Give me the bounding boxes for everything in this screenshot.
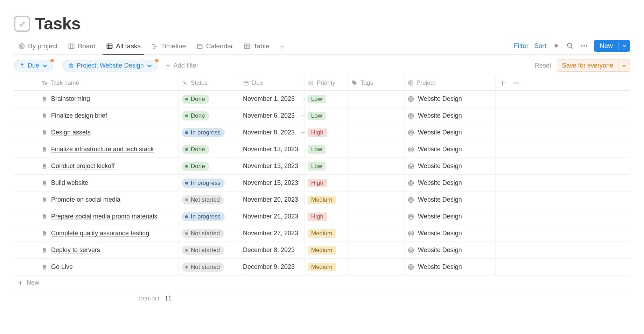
filter-chip-project[interactable]: Project: Website Design (63, 60, 158, 71)
cell-priority[interactable]: Low (304, 107, 348, 124)
cell-project[interactable]: Website Design (404, 91, 495, 107)
add-filter-button[interactable]: Add filter (162, 61, 201, 71)
cell-task-name[interactable]: Finalize design brief (38, 107, 178, 124)
cell-task-name[interactable]: Finalize infrastructure and tech stack (38, 141, 178, 158)
cell-status[interactable]: Done (178, 158, 240, 174)
view-tab-timeline[interactable]: Timeline (147, 40, 190, 54)
cell-project[interactable]: Website Design (404, 192, 495, 208)
cell-due[interactable]: November 13, 2023 (240, 158, 304, 174)
cell-task-name[interactable]: Promote on social media (38, 192, 178, 208)
search-icon[interactable] (566, 42, 574, 50)
table-row[interactable]: Promote on social mediaNot startedNovemb… (14, 192, 630, 208)
cell-due[interactable]: November 27, 2023→ (240, 225, 304, 242)
cell-project[interactable]: Website Design (404, 175, 495, 191)
cell-status[interactable]: Done (178, 141, 240, 158)
add-column-button[interactable] (495, 75, 509, 90)
view-tab-all-tasks[interactable]: All tasks (102, 40, 145, 54)
cell-tags[interactable] (348, 141, 404, 158)
cell-project[interactable]: Website Design (404, 124, 495, 141)
filter-button[interactable]: Filter (514, 42, 528, 50)
cell-task-name[interactable]: Design assets (38, 124, 178, 141)
cell-project[interactable]: Website Design (404, 259, 495, 275)
cell-due[interactable]: November 13, 2023→ (240, 141, 304, 158)
cell-priority[interactable]: Low (304, 158, 348, 174)
cell-task-name[interactable]: Prepare social media promo materials (38, 208, 178, 225)
cell-status[interactable]: In progress (178, 175, 240, 191)
cell-tags[interactable] (348, 242, 404, 258)
view-tab-calendar[interactable]: Calendar (192, 40, 237, 54)
cell-priority[interactable]: Medium (304, 259, 348, 275)
column-header-status[interactable]: Status (178, 75, 240, 90)
cell-priority[interactable]: Low (304, 91, 348, 107)
column-header-due[interactable]: Due (240, 75, 304, 90)
cell-due[interactable]: December 9, 2023 (240, 259, 304, 275)
cell-project[interactable]: Website Design (404, 107, 495, 124)
table-row[interactable]: BrainstormingDoneNovember 1, 2023→LowWeb… (14, 91, 630, 107)
cell-project[interactable]: Website Design (404, 225, 495, 242)
table-row[interactable]: Prepare social media promo materialsIn p… (14, 208, 630, 225)
table-row[interactable]: Deploy to serversNot startedDecember 8, … (14, 242, 630, 259)
cell-priority[interactable]: Medium (304, 225, 348, 242)
cell-tags[interactable] (348, 124, 404, 141)
cell-priority[interactable]: High (304, 175, 348, 191)
save-button-dropdown[interactable] (618, 60, 630, 71)
cell-priority[interactable]: Medium (304, 192, 348, 208)
view-tab-table[interactable]: Table (239, 40, 273, 54)
cell-task-name[interactable]: Conduct project kickoff (38, 158, 178, 174)
cell-project[interactable]: Website Design (404, 242, 495, 258)
cell-status[interactable]: Not started (178, 225, 240, 242)
cell-status[interactable]: In progress (178, 124, 240, 141)
more-icon[interactable] (580, 42, 588, 50)
cell-tags[interactable] (348, 259, 404, 275)
cell-due[interactable]: December 8, 2023 (240, 242, 304, 258)
reset-button[interactable]: Reset (535, 62, 551, 69)
cell-tags[interactable] (348, 192, 404, 208)
save-for-everyone-button[interactable]: Save for everyone (557, 60, 630, 72)
cell-task-name[interactable]: Complete quality assurance testing (38, 225, 178, 242)
cell-task-name[interactable]: Deploy to servers (38, 242, 178, 258)
add-view-button[interactable] (276, 42, 288, 52)
cell-priority[interactable]: Low (304, 141, 348, 158)
sort-chip-due[interactable]: Due (14, 60, 53, 71)
new-button-dropdown[interactable] (618, 42, 630, 50)
cell-due[interactable]: November 8, 2023→ (240, 124, 304, 141)
cell-status[interactable]: Not started (178, 192, 240, 208)
cell-project[interactable]: Website Design (404, 141, 495, 158)
table-row[interactable]: Conduct project kickoffDoneNovember 13, … (14, 158, 630, 175)
column-options-button[interactable] (509, 75, 523, 90)
table-row[interactable]: Finalize design briefDoneNovember 6, 202… (14, 107, 630, 124)
cell-status[interactable]: Done (178, 91, 240, 107)
cell-project[interactable]: Website Design (404, 158, 495, 174)
cell-due[interactable]: November 15, 2023→ (240, 175, 304, 191)
cell-priority[interactable]: Medium (304, 242, 348, 258)
cell-status[interactable]: In progress (178, 208, 240, 225)
cell-tags[interactable] (348, 175, 404, 191)
table-row[interactable]: Build websiteIn progressNovember 15, 202… (14, 175, 630, 192)
cell-status[interactable]: Done (178, 107, 240, 124)
automation-icon[interactable] (552, 42, 560, 50)
table-row[interactable]: Design assetsIn progressNovember 8, 2023… (14, 124, 630, 141)
cell-status[interactable]: Not started (178, 259, 240, 275)
table-row[interactable]: Complete quality assurance testingNot st… (14, 225, 630, 242)
cell-task-name[interactable]: Brainstorming (38, 91, 178, 107)
cell-tags[interactable] (348, 91, 404, 107)
cell-tags[interactable] (348, 158, 404, 174)
cell-due[interactable]: November 20, 2023→ (240, 192, 304, 208)
new-button[interactable]: New (594, 40, 630, 52)
cell-due[interactable]: November 1, 2023→ (240, 91, 304, 107)
cell-due[interactable]: November 21, 2023→ (240, 208, 304, 225)
cell-status[interactable]: Not started (178, 242, 240, 258)
column-header-tags[interactable]: Tags (348, 75, 404, 90)
column-header-priority[interactable]: Priority (304, 75, 348, 90)
column-header-task[interactable]: Task name (38, 75, 178, 90)
new-row-button[interactable]: New (14, 276, 630, 290)
cell-tags[interactable] (348, 107, 404, 124)
table-row[interactable]: Go LiveNot startedDecember 9, 2023Medium… (14, 259, 630, 276)
cell-priority[interactable]: High (304, 208, 348, 225)
cell-due[interactable]: November 6, 2023→ (240, 107, 304, 124)
cell-tags[interactable] (348, 208, 404, 225)
cell-priority[interactable]: High (304, 124, 348, 141)
view-tab-board[interactable]: Board (64, 40, 100, 54)
cell-task-name[interactable]: Build website (38, 175, 178, 191)
cell-tags[interactable] (348, 225, 404, 242)
